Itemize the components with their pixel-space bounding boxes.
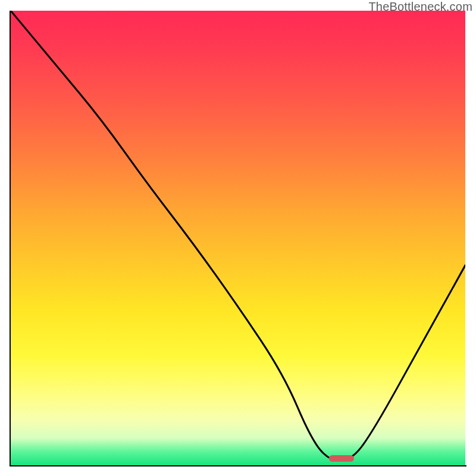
curve-layer — [11, 11, 465, 465]
bottleneck-curve-path — [11, 11, 465, 461]
plot-area — [11, 11, 465, 465]
bottleneck-chart: TheBottleneck.com — [0, 0, 476, 476]
x-axis-line — [10, 465, 466, 466]
valley-marker — [329, 455, 354, 462]
y-axis-line — [10, 11, 11, 466]
